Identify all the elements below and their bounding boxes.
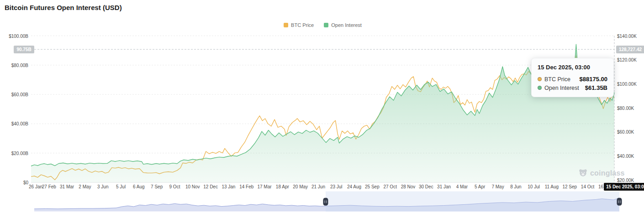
legend-item-open-interest[interactable]: Open Interest	[324, 22, 362, 28]
y-right-tick-label: $120.00K	[617, 57, 637, 62]
x-tick-label: 23 Jul	[330, 184, 343, 189]
coinglass-bear-icon	[578, 168, 588, 178]
x-tick-label: 12 Dec	[203, 184, 218, 189]
coinglass-watermark: coinglass	[578, 168, 625, 178]
x-tick-label: 7 May	[491, 184, 504, 189]
x-tick-label: 8 Jun	[510, 184, 521, 189]
page-title: Bitcoin Futures Open Interest (USD)	[5, 4, 122, 11]
x-tick-label: 31 Jan	[437, 184, 451, 189]
btc-price-swatch-icon	[284, 23, 288, 27]
x-tick-label: 20 May	[293, 184, 308, 189]
x-tick-label: 13 Jan	[222, 184, 235, 189]
x-tick-label: 24 Aug	[347, 184, 361, 189]
x-tick-label: 7 Sep	[151, 184, 163, 189]
y-left-tick-label: $80.00B	[0, 63, 28, 68]
tooltip-label: BTC Price	[544, 76, 577, 83]
x-tick-label: 3 Jun	[97, 184, 108, 189]
y-right-tick-label: $80.00K	[617, 106, 634, 111]
legend-item-btc-price[interactable]: BTC Price	[284, 22, 314, 28]
tooltip-label: Open Interest	[544, 85, 582, 91]
x-tick-label: 14 Feb	[239, 184, 253, 189]
navigator-selected-range[interactable]	[326, 192, 619, 212]
x-tick-label: 14 Oct	[581, 184, 594, 189]
x-tick-label: 6 Aug	[133, 184, 145, 189]
tooltip-value: $61.35B	[585, 84, 607, 91]
navigator-right-handle[interactable]	[617, 198, 622, 206]
legend-label-open-interest: Open Interest	[331, 22, 362, 28]
y-right-tick-label: $40.00K	[617, 154, 634, 159]
x-tick-label: 31 Mar	[60, 184, 74, 189]
y-right-tick-label: $100.00K	[617, 82, 637, 87]
x-tick-label: 5 Apr	[475, 184, 485, 189]
x-tick-label: 25 Sep	[365, 184, 380, 189]
y-right-tick-label: $60.00K	[617, 130, 634, 135]
btc-price-dot-icon	[538, 77, 542, 81]
x-tick-label: 10 Nov	[185, 184, 200, 189]
tooltip-row-open-interest: Open Interest $61.35B	[538, 84, 607, 91]
legend-label-btc-price: BTC Price	[291, 22, 314, 28]
y-left-tick-label: $20.00B	[0, 151, 28, 156]
x-tick-label: 21 Jun	[311, 184, 325, 189]
x-tick-label: 2 May	[79, 184, 91, 189]
y-right-tick-label: $20.00K	[617, 178, 634, 183]
y-left-tick-label: $100.00B	[0, 34, 28, 39]
crosshair-right-axis-pill: 128,727.42	[616, 46, 644, 53]
chart-legend: BTC Price Open Interest	[31, 22, 614, 28]
crosshair-date-pill: 15 Dec 2025, 03:00	[604, 183, 644, 191]
x-tick-label: 27 Feb	[42, 184, 56, 189]
y-left-tick-label: $0	[0, 180, 28, 185]
x-tick-label: 11 Aug	[545, 184, 559, 189]
navigator-left-handle[interactable]	[323, 198, 328, 206]
x-tick-label: 28 Nov	[401, 184, 416, 189]
crosshair-left-axis-pill: 90.75B	[14, 46, 34, 53]
x-tick-label: 12 Sep	[562, 184, 577, 189]
x-tick-label: 18 Apr	[276, 184, 289, 189]
tooltip-date: 15 Dec 2025, 03:00	[538, 64, 607, 71]
tooltip-row-btc-price: BTC Price $88175.00	[538, 76, 607, 83]
x-tick-label: 5 Jul	[116, 184, 126, 189]
x-tick-label: 17 Mar	[257, 184, 271, 189]
open-interest-dot-icon	[538, 86, 542, 90]
chart-tooltip: 15 Dec 2025, 03:00 BTC Price $88175.00 O…	[531, 58, 614, 97]
x-tick-label: 9 Oct	[169, 184, 180, 189]
x-tick-label: 26 Jan	[29, 184, 42, 189]
open-interest-swatch-icon	[324, 23, 328, 27]
x-tick-label: 4 Mar	[456, 184, 468, 189]
x-tick-label: 27 Oct	[383, 184, 396, 189]
tooltip-value: $88175.00	[580, 76, 607, 83]
y-right-tick-label: $140.00K	[617, 34, 637, 39]
y-left-tick-label: $40.00B	[0, 121, 28, 126]
watermark-label: coinglass	[590, 169, 625, 177]
y-left-tick-label: $60.00B	[0, 92, 28, 97]
x-tick-label: 30 Dec	[419, 184, 433, 189]
x-tick-label: 10 Jul	[528, 184, 540, 189]
